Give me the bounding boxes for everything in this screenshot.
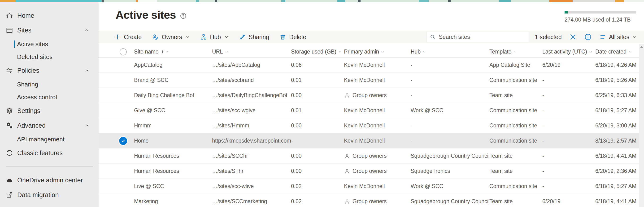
last-activity-text: 6/20/19 bbox=[542, 198, 560, 205]
cell-site-name[interactable]: Daily Bing Challenge Bot bbox=[134, 92, 212, 99]
selected-checkbox[interactable] bbox=[119, 137, 127, 145]
table-row[interactable]: Human Resources…/sites/SCChr0.00Group ow… bbox=[98, 148, 639, 164]
table-row[interactable]: Brand @ SCC…/sites/sccbrand0.01Kevin McD… bbox=[98, 73, 639, 88]
column-header-last-activity-utc[interactable]: Last activity (UTC) bbox=[542, 49, 595, 55]
table-row[interactable]: AppCatalog…/sites/AppCatalog0.06Kevin Mc… bbox=[98, 58, 639, 73]
cell-storage-used: 0.06 bbox=[291, 62, 344, 68]
table-row[interactable]: Human Resources…/sites/SThr0.00Group own… bbox=[98, 164, 639, 179]
owners-button[interactable]: Owners bbox=[152, 34, 190, 41]
gear-icon bbox=[6, 107, 13, 115]
cell-site-name[interactable]: Human Resources bbox=[134, 168, 212, 174]
sidebar-item-label: Deleted sites bbox=[17, 53, 52, 61]
cell-site-name[interactable]: Home bbox=[134, 138, 212, 144]
cell-date-created: 6/20/19, 3:00 AM bbox=[595, 122, 639, 129]
strip-segment bbox=[549, 0, 572, 2]
site-name-text: Home bbox=[134, 138, 148, 144]
table-row[interactable]: Give @ SCC…/sites/scc-wgive0.01Kevin McD… bbox=[98, 103, 639, 118]
site-url-text: …/sites/sccbrand bbox=[212, 77, 254, 83]
strip-segment bbox=[215, 0, 217, 2]
date-created-text: 6/20/19, 2:36 AM bbox=[595, 168, 636, 174]
storage-widget: 274.00 MB used of 1.24 TB bbox=[564, 11, 636, 23]
sidebar-item-classic-features[interactable]: Classic features bbox=[0, 146, 98, 160]
cell-last-activity: - bbox=[542, 107, 595, 114]
sidebar-item-advanced[interactable]: Advanced bbox=[0, 118, 98, 133]
cell-site-name[interactable]: Hmmm bbox=[134, 122, 212, 129]
help-icon[interactable] bbox=[180, 12, 187, 20]
cell-site-name[interactable]: Live @ SCC bbox=[134, 183, 212, 189]
cell-last-activity: 6/20/19 bbox=[542, 198, 595, 205]
person-icon bbox=[344, 153, 350, 159]
cell-site-url: …/sites/SThr bbox=[212, 168, 291, 174]
cell-site-name[interactable]: AppCatalog bbox=[134, 62, 212, 68]
sidebar-item-label: API management bbox=[17, 136, 64, 143]
sidebar-item-settings[interactable]: Settings bbox=[0, 104, 98, 118]
date-created-text: 6/18/19, 4:41 AM bbox=[595, 198, 636, 205]
scrollbar-up-arrow[interactable] bbox=[640, 46, 643, 48]
hub-text: - bbox=[411, 92, 412, 99]
hub-button[interactable]: Hub bbox=[200, 34, 228, 41]
template-text: Team site bbox=[490, 198, 512, 205]
primary-admin-text: Kevin McDonnell bbox=[344, 122, 385, 129]
sidebar-item-data-migration[interactable]: Data migration bbox=[0, 187, 98, 202]
column-header-primary-admin[interactable]: Primary admin bbox=[344, 49, 411, 55]
cell-hub: - bbox=[411, 122, 490, 129]
cell-storage-used: 0.00 bbox=[291, 153, 344, 159]
table-row[interactable]: Marketing…/sites/SCCmarketing0.02Group o… bbox=[98, 194, 639, 207]
clear-selection-button[interactable] bbox=[569, 33, 577, 41]
column-header-date-created[interactable]: Date created bbox=[595, 49, 639, 55]
strip-segment bbox=[624, 0, 644, 2]
table-body: AppCatalog…/sites/AppCatalog0.06Kevin Mc… bbox=[98, 58, 639, 207]
chevron-down-icon bbox=[381, 50, 384, 54]
sidebar-item-sharing[interactable]: Sharing bbox=[0, 78, 98, 91]
table-row[interactable]: Live @ SCC…/sites/scc-wlive0.02Kevin McD… bbox=[98, 179, 639, 194]
sidebar-item-api-management[interactable]: API management bbox=[0, 133, 98, 146]
command-label: Hub bbox=[210, 34, 221, 41]
cell-site-name[interactable]: Marketing bbox=[134, 198, 212, 205]
column-header-storage-used-gb[interactable]: Storage used (GB) bbox=[291, 49, 344, 55]
window-icon bbox=[6, 27, 13, 34]
cell-last-activity: - bbox=[542, 183, 595, 189]
info-button[interactable] bbox=[584, 33, 592, 41]
table-row[interactable]: Homehttps://kmcpsdev.sharepoint.com-Kevi… bbox=[98, 133, 639, 148]
sidebar-item-sites[interactable]: Sites bbox=[0, 23, 98, 38]
cell-site-name[interactable]: Human Resources bbox=[134, 153, 212, 159]
create-button[interactable]: Create bbox=[114, 34, 142, 41]
sidebar-item-label: Sites bbox=[17, 27, 32, 34]
cell-template: App Catalog Site bbox=[490, 62, 542, 68]
sidebar-item-home[interactable]: Home bbox=[0, 8, 98, 23]
vertical-scrollbar[interactable] bbox=[639, 44, 644, 207]
table-row[interactable]: Hmmm…/sites/Hmmm0.00Kevin McDonnell-Comm… bbox=[98, 118, 639, 133]
strip-segment bbox=[0, 0, 15, 2]
cell-date-created: 6/18/19, 4:41 AM bbox=[595, 153, 639, 159]
table-row[interactable]: Daily Bing Challenge Bot…/sites/DailyBin… bbox=[98, 88, 639, 103]
sidebar-item-access-control[interactable]: Access control bbox=[0, 91, 98, 104]
column-header-url[interactable]: URL bbox=[212, 49, 291, 55]
sidebar-item-active-sites[interactable]: Active sites bbox=[0, 38, 98, 51]
page-title: Active sites bbox=[116, 8, 176, 21]
date-created-text: 6/20/19, 3:00 AM bbox=[595, 122, 636, 129]
site-url-text: …/sites/AppCatalog bbox=[212, 62, 260, 68]
view-filter-dropdown[interactable]: All sites bbox=[600, 34, 636, 41]
column-header-site-name[interactable]: Site name bbox=[134, 49, 212, 55]
last-activity-text: - bbox=[542, 122, 544, 129]
search-icon bbox=[430, 34, 436, 40]
cell-site-name[interactable]: Give @ SCC bbox=[134, 107, 212, 114]
sidebar-item-deleted-sites[interactable]: Deleted sites bbox=[0, 51, 98, 63]
delete-button[interactable]: Delete bbox=[280, 34, 306, 41]
sidebar-item-policies[interactable]: Policies bbox=[0, 63, 98, 78]
sidebar-item-onedrive-admin-center[interactable]: OneDrive admin center bbox=[0, 173, 98, 187]
toolbar-right: 1 selected All sites bbox=[426, 32, 636, 42]
sharing-button[interactable]: Sharing bbox=[239, 34, 269, 41]
row-select-cell[interactable] bbox=[113, 137, 134, 145]
chevron-up-icon bbox=[84, 123, 89, 128]
home-icon bbox=[6, 12, 13, 20]
column-header-hub[interactable]: Hub bbox=[411, 49, 490, 55]
chevron-down-icon bbox=[186, 35, 190, 39]
cell-site-name[interactable]: Brand @ SCC bbox=[134, 77, 212, 83]
chevron-down-icon bbox=[632, 35, 636, 39]
search-input[interactable] bbox=[439, 34, 525, 40]
site-name-text: Hmmm bbox=[134, 122, 152, 129]
chevron-down-icon bbox=[225, 50, 228, 54]
column-header-template[interactable]: Template bbox=[490, 49, 542, 55]
select-all-checkbox[interactable] bbox=[120, 48, 127, 55]
